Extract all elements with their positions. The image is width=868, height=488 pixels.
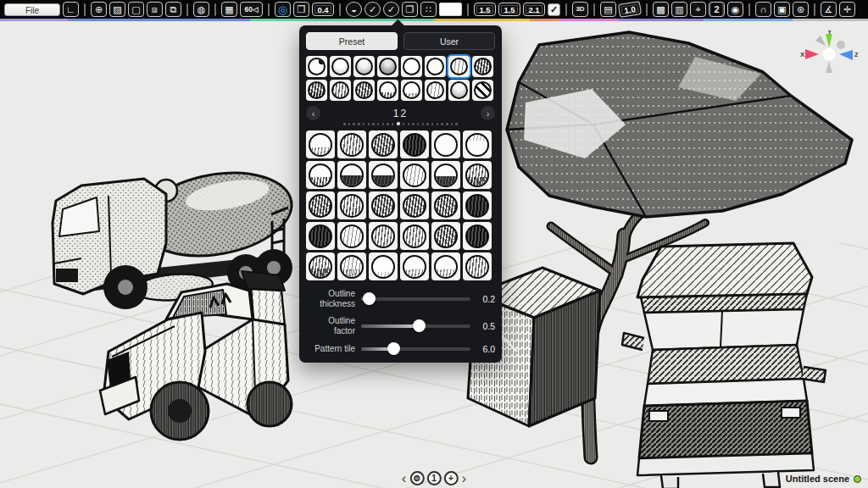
material-category-swatch[interactable] [448,56,470,77]
material-category-swatch[interactable] [330,80,351,101]
scene-page-indicator[interactable]: 1 [427,471,442,485]
page-dot[interactable] [431,123,434,125]
tab-preset[interactable]: Preset [306,32,398,50]
material-category-swatch[interactable] [401,80,422,101]
material-variant-swatch[interactable] [369,222,398,250]
material-category-swatch[interactable] [472,56,493,77]
slider-track[interactable] [361,320,470,331]
scene-add-button[interactable]: + [444,471,459,485]
box-truck-object[interactable] [622,243,826,488]
line-depth-field[interactable]: 2.1 [523,3,545,16]
page-dot[interactable] [343,123,346,125]
keyframe-grid-icon[interactable]: ▥ [671,2,687,17]
material-variant-swatch[interactable] [431,191,460,219]
material-variant-swatch[interactable] [463,191,492,219]
material-variant-swatch[interactable] [337,161,366,189]
material-category-swatch[interactable] [425,56,446,77]
material-variant-swatch[interactable] [400,252,429,280]
page-dot[interactable] [382,123,385,125]
scene-next-icon[interactable]: › [461,471,468,485]
material-variant-swatch[interactable] [463,130,492,158]
material-category-swatch[interactable] [377,80,398,101]
material-variant-swatch[interactable] [369,130,398,158]
material-variant-swatch[interactable] [431,222,460,250]
orbit-target-icon[interactable]: ◎ [275,2,291,17]
plot-axes-icon[interactable]: ∟ [63,2,79,17]
page-prev-button[interactable]: ‹ [306,106,320,120]
slider-knob[interactable] [413,319,426,332]
scene-prev-icon[interactable]: ‹ [401,471,408,485]
page-dot[interactable] [377,123,380,125]
lasso-select-icon[interactable]: ▢ [128,2,144,17]
image-export-icon[interactable]: ▣ [774,2,790,17]
angle-threshold-button[interactable]: 60◁ [240,2,263,17]
page-dot[interactable] [412,123,415,125]
slider-track[interactable] [361,293,470,304]
material-variant-swatch[interactable] [400,222,429,250]
wireframe-sphere-icon[interactable]: ⊕ [91,2,107,17]
material-variant-swatch[interactable] [337,191,366,219]
swatch-grid-icon[interactable]: ∷ [420,2,437,17]
render-camera-icon[interactable]: ◉ [727,2,743,17]
page-dot[interactable] [451,123,453,125]
library-icon[interactable]: ▤ [600,2,616,17]
axis-y-cone[interactable] [826,34,832,47]
material-category-swatch[interactable] [306,80,327,101]
smooth-check-icon[interactable]: ✓ [364,2,381,17]
material-variant-swatch[interactable] [337,252,366,280]
page-dot[interactable] [426,123,429,125]
material-category-swatch[interactable] [330,56,351,77]
slider-knob[interactable] [363,292,376,305]
bevel-value-field[interactable]: 0.4 [312,3,334,16]
fullscreen-icon[interactable]: ✛ [839,2,855,17]
fold-page-icon[interactable]: ❐ [402,2,418,17]
material-variant-swatch[interactable] [369,191,398,219]
material-variant-swatch[interactable] [337,222,366,250]
page-dot[interactable] [353,123,355,125]
material-category-swatch[interactable] [377,56,398,77]
page-dot[interactable] [392,123,394,125]
line-scale-field[interactable]: 1.5 [498,3,520,16]
material-category-swatch[interactable] [448,80,470,101]
material-variant-swatch[interactable] [431,252,460,280]
page-dot[interactable] [403,123,405,125]
motion-path-icon[interactable]: ⌖ [690,2,706,17]
axis-z-cone[interactable] [839,50,853,60]
page-dot[interactable] [422,123,425,125]
material-variant-swatch[interactable] [400,191,429,219]
material-category-swatch[interactable] [306,56,327,77]
slider-knob[interactable] [387,342,400,355]
material-variant-swatch[interactable] [369,252,398,280]
color-swatch-button[interactable] [439,3,462,16]
material-variant-swatch[interactable] [463,222,492,250]
line-width-field[interactable]: 1.5 [474,3,496,16]
frame-counter-icon[interactable]: 2 [709,2,725,17]
page-dot[interactable] [368,123,370,125]
axis-x-cone[interactable] [805,49,819,59]
file-menu-button[interactable]: File [4,3,60,16]
save-status-led[interactable] [854,475,861,483]
page-next-button[interactable]: › [481,106,495,120]
globe-icon[interactable]: ◍ [193,2,209,17]
material-category-swatch[interactable] [353,80,375,101]
material-variant-swatch[interactable] [306,252,335,280]
page-dot[interactable] [441,123,443,125]
page-dot[interactable] [397,122,400,125]
material-variant-swatch[interactable] [463,161,492,189]
material-category-swatch[interactable] [472,80,493,101]
material-sphere-icon[interactable]: ◒ [346,2,362,17]
cube-view-icon[interactable]: ❒ [293,2,309,17]
material-variant-swatch[interactable] [369,161,398,189]
clipboard-3d-icon[interactable]: 3D [572,2,588,17]
scene-settings-button[interactable]: ⚙ [410,471,425,485]
material-category-swatch[interactable] [353,56,375,77]
material-variant-swatch[interactable] [400,161,429,189]
draw-surface-icon[interactable]: ▨ [109,2,125,17]
material-variant-swatch[interactable] [431,161,460,189]
material-variant-swatch[interactable] [400,130,429,158]
page-dot[interactable] [408,123,410,125]
lines-enabled-checkbox[interactable]: ✓ [548,3,560,16]
material-category-swatch[interactable] [425,80,446,101]
material-category-swatch[interactable] [401,56,422,77]
material-variant-swatch[interactable] [306,222,335,250]
